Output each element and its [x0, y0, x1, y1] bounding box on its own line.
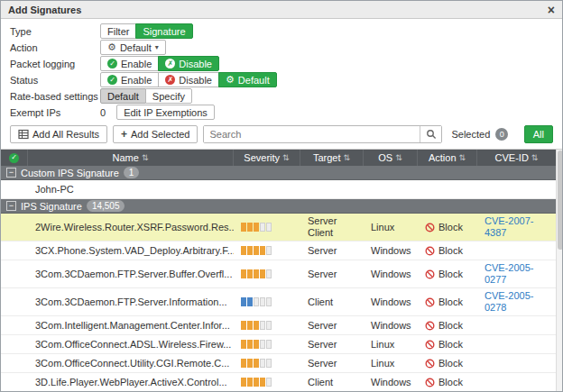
action-label: Block [438, 377, 463, 388]
signatures-table: ✓ Name ⇅ Severity ⇅ Target ⇅ OS ⇅ [1, 150, 556, 391]
os-cell: Windows [364, 288, 418, 315]
add-all-results-button[interactable]: Add All Results [10, 125, 107, 143]
table-row[interactable]: 3Com.3CDaemon.FTP.Server.Information...C… [1, 288, 556, 316]
action-label: Block [438, 269, 463, 280]
row-select-cell[interactable] [1, 373, 28, 391]
cve-link[interactable]: CVE-2005-0278 [477, 288, 556, 315]
column-header-action[interactable]: Action ⇅ [418, 150, 477, 166]
add-selected-button[interactable]: + Add Selected [113, 125, 198, 143]
os-cell [364, 180, 418, 198]
target-cell: Server [300, 260, 364, 287]
search-input[interactable] [204, 126, 420, 142]
column-header-cve-id[interactable]: CVE-ID ⇅ [477, 150, 556, 166]
table-row[interactable]: 3Com.OfficeConnect.Utility.CGI.Remote.C.… [1, 354, 556, 373]
table-toolbar: Add All Results + Add Selected Selected … [1, 122, 562, 149]
cve-link[interactable]: CVE-2007-4387 [477, 214, 556, 241]
row-select-cell[interactable] [1, 335, 28, 353]
edit-ip-exemptions-button[interactable]: Edit IP Exemptions [116, 105, 215, 120]
packet-logging-segmented: ✓ Enable ✗ Disable [100, 56, 219, 71]
severity-cell [234, 180, 300, 198]
target-cell: Server [300, 242, 364, 260]
action-dropdown[interactable]: ⚙ Default ▾ [100, 40, 166, 55]
action-label: Action [10, 42, 100, 53]
column-label: Action [429, 152, 457, 163]
group-count-badge: 1 [124, 167, 140, 178]
search-button[interactable] [420, 126, 441, 142]
status-enable-button[interactable]: ✓ Enable [100, 72, 159, 87]
row-select-cell[interactable] [1, 242, 28, 260]
block-icon [425, 246, 435, 256]
table-row[interactable]: 3CX.Phone.System.VAD_Deploy.Arbitrary.F.… [1, 242, 556, 260]
group-header-row[interactable]: −Custom IPS Signature1 [1, 166, 556, 180]
packet-logging-enable-button[interactable]: ✓ Enable [100, 56, 159, 71]
action-value: Default [120, 42, 152, 53]
selected-count-badge: 0 [495, 128, 508, 141]
target-cell: Server [300, 354, 364, 372]
row-select-cell[interactable] [1, 214, 28, 241]
collapse-icon[interactable]: − [6, 168, 16, 178]
status-label: Status [10, 75, 100, 86]
enable-label: Enable [121, 59, 152, 69]
signature-name-cell: 3Com.Intelligent.Management.Center.Infor… [28, 316, 234, 334]
type-row: Type Filter Signature [10, 23, 553, 39]
row-select-cell[interactable] [1, 354, 28, 372]
action-cell: Block [418, 214, 477, 241]
target-value: Server [308, 358, 337, 369]
exempt-ips-label: Exempt IPs [10, 107, 100, 118]
close-icon[interactable]: × [548, 4, 555, 16]
target-cell: Server [300, 316, 364, 334]
table-row[interactable]: 3Com.Intelligent.Management.Center.Infor… [1, 316, 556, 335]
plus-icon: + [121, 129, 127, 140]
status-disable-button[interactable]: ✗ Disable [158, 72, 219, 87]
all-filter-button[interactable]: All [524, 125, 553, 143]
rate-specify-button[interactable]: Specify [145, 88, 192, 104]
target-value: Server [308, 339, 337, 351]
group-header-row[interactable]: −IPS Signature14,505 [1, 199, 556, 214]
action-label: Block [438, 245, 463, 257]
cve-link [477, 242, 556, 260]
target-value: Server [308, 245, 337, 257]
sort-icon: ⇅ [395, 153, 402, 162]
action-label: Block [438, 320, 463, 332]
type-signature-button[interactable]: Signature [135, 23, 192, 39]
type-filter-button[interactable]: Filter [100, 23, 136, 39]
sort-icon: ⇅ [459, 153, 466, 162]
target-cell: Client [300, 288, 364, 315]
chevron-down-icon: ▾ [155, 43, 159, 51]
rate-default-button[interactable]: Default [100, 88, 146, 104]
os-cell: Linux [364, 354, 418, 372]
action-label: Block [438, 339, 463, 351]
row-select-cell[interactable] [1, 316, 28, 334]
cve-link[interactable]: CVE-2005-0277 [477, 260, 556, 287]
severity-cell [234, 373, 300, 391]
action-cell: Block [418, 335, 477, 353]
severity-cell [234, 316, 300, 334]
table-row[interactable]: 3Com.3CDaemon.FTP.Server.Buffer.Overfl..… [1, 260, 556, 288]
column-header-target[interactable]: Target ⇅ [300, 150, 364, 166]
table-row[interactable]: 3D.Life.Player.WebPlayer.ActiveX.Control… [1, 373, 556, 391]
row-select-cell[interactable] [1, 260, 28, 287]
table-row[interactable]: 3Com.OfficeConnect.ADSL.Wireless.Firew..… [1, 335, 556, 354]
os-cell: Windows [364, 260, 418, 287]
packet-logging-label: Packet logging [10, 59, 100, 69]
column-header-select[interactable]: ✓ [1, 150, 28, 166]
target-value: Client [308, 377, 333, 388]
signature-name-cell: 3Com.3CDaemon.FTP.Server.Buffer.Overfl..… [28, 260, 234, 287]
status-default-button[interactable]: ⚙ Default [218, 72, 277, 87]
column-header-os[interactable]: OS ⇅ [364, 150, 418, 166]
sort-icon: ⇅ [282, 153, 290, 162]
scrollbar-thumb[interactable] [558, 150, 562, 250]
row-select-cell[interactable] [1, 180, 28, 198]
table-row[interactable]: 2Wire.Wireless.Router.XSRF.Password.Res.… [1, 214, 556, 242]
action-label: Block [438, 358, 463, 369]
vertical-scrollbar[interactable] [556, 150, 562, 391]
add-signatures-dialog: Add Signatures × Type Filter Signature A… [1, 1, 562, 391]
gear-icon: ⚙ [226, 75, 235, 85]
collapse-icon[interactable]: − [6, 201, 16, 211]
packet-logging-disable-button[interactable]: ✗ Disable [158, 56, 219, 71]
rate-based-segmented: Default Specify [100, 88, 192, 104]
column-header-severity[interactable]: Severity ⇅ [234, 150, 300, 166]
column-header-name[interactable]: Name ⇅ [28, 150, 234, 166]
table-row[interactable]: John-PC [1, 180, 556, 199]
row-select-cell[interactable] [1, 288, 28, 315]
